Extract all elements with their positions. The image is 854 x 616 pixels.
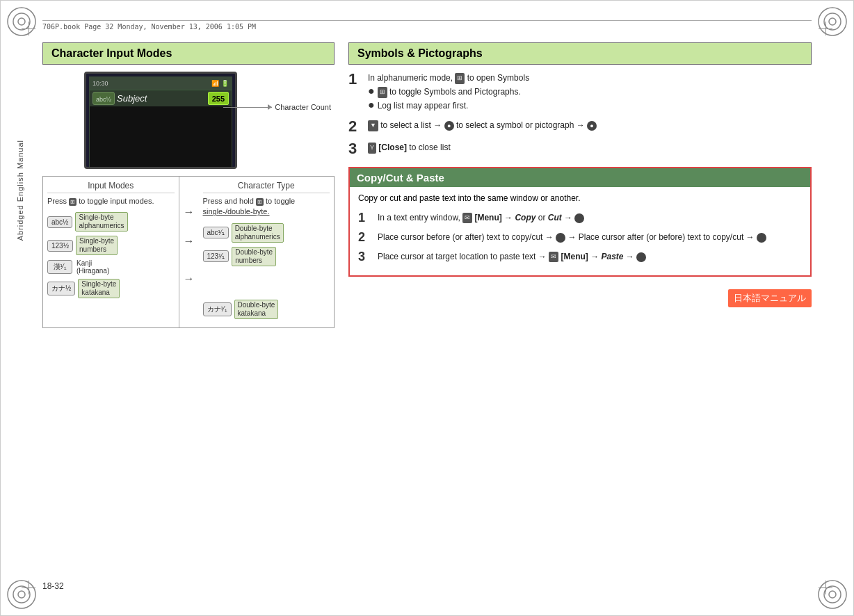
copy-num-2: 2: [358, 231, 372, 243]
123-full-badge: 123¹⁄₁: [203, 250, 229, 262]
phone-subject-line: abc½ Subject 255: [90, 90, 232, 106]
left-column: Character Input Modes 10:30 📶 🔋: [42, 42, 335, 574]
bullet-text-1a: ⊞ to toggle Symbols and Pictographs.: [378, 86, 521, 98]
double-byte-num-label: Double-bytenumbers: [232, 247, 276, 266]
copy-num-1: 1: [358, 211, 372, 224]
phone-body-area: [90, 106, 232, 169]
input-modes-desc: Press ⊞ to toggle input modes.: [47, 196, 175, 206]
crosshair-tr: [819, 22, 832, 35]
symbols-item-2: 2 ▼ to select a list → ● to select a sym…: [348, 119, 812, 134]
cursor-icon-c2b: [757, 233, 766, 243]
phone-mockup: 10:30 📶 🔋 abc½ Subject: [84, 72, 237, 169]
sub-bullet-1b: ● Log list may appear first.: [368, 99, 812, 112]
dbl-row-123: 123¹⁄₁ Double-bytenumbers: [203, 247, 330, 266]
kana-half-badge: カナ½: [47, 282, 75, 295]
modes-table: Input Modes Press ⊞ to toggle input mode…: [42, 176, 335, 328]
count-value: 255: [212, 95, 225, 103]
single-byte-alpha-label: Single-bytealphanumerics: [75, 212, 127, 232]
abc-half-badge: abc½: [47, 216, 72, 228]
close-btn-icon: Y: [368, 143, 376, 154]
dbl-row-kana: カナ¹⁄₁ Double-bytekatakana: [203, 300, 330, 319]
mode-row-123: 123½ Single-bytenumbers: [47, 236, 175, 255]
mode-row-kana: カナ½ Single-bytekatakana: [47, 279, 175, 298]
symbols-content-1: In alphanumeric mode, ⊞ to open Symbols …: [368, 72, 812, 112]
copy-item-2: 2 Place cursor before (or after) text to…: [358, 231, 802, 243]
main-content: Character Input Modes 10:30 📶 🔋: [42, 42, 812, 574]
dbl-row-spacer: [203, 270, 330, 295]
char-type-header: Character Type: [203, 181, 330, 193]
symbols-content-3: Y [Close] to close list: [368, 141, 812, 154]
page-header: 706P.book Page 32 Monday, November 13, 2…: [42, 20, 812, 31]
page-number: 18-32: [42, 581, 64, 591]
copy-intro: Copy or cut and paste text into the same…: [358, 193, 802, 204]
double-byte-alpha-label: Double-bytealphanumerics: [232, 223, 284, 243]
char-input-section-header: Character Input Modes: [42, 42, 335, 65]
symbols-item-1: 1 In alphanumeric mode, ⊞ to open Symbol…: [348, 72, 812, 112]
crosshair-bl: [22, 581, 35, 594]
crosshair-br: [819, 581, 832, 594]
abc-mode-badge: abc½: [92, 92, 115, 105]
close-label: [Close]: [378, 143, 407, 152]
kana-full-badge: カナ¹⁄₁: [203, 302, 232, 316]
mode-row-abc: abc½ Single-bytealphanumerics: [47, 212, 175, 232]
header-text: 706P.book Page 32 Monday, November 13, 2…: [42, 23, 256, 31]
page: 706P.book Page 32 Monday, November 13, 2…: [0, 0, 854, 616]
single-byte-kana-label: Single-bytekatakana: [78, 279, 120, 298]
copy-item-1: 1 In a text entry window, ✉ [Menu] → Cop…: [358, 211, 802, 224]
phone-time: 10:30: [92, 80, 108, 87]
menu-icon-1: ⊞: [455, 73, 465, 84]
crosshair-tl: [22, 22, 35, 35]
symbols-item-3: 3 Y [Close] to close list: [348, 141, 812, 156]
bullet-text-1b: Log list may appear first.: [378, 99, 469, 112]
kanji-badge: 漢¹⁄₁: [47, 260, 72, 274]
symbols-content-2: ▼ to select a list → ● to select a symbo…: [368, 119, 812, 131]
cursor-icon-c2a: [556, 233, 565, 243]
jp-badge: 日本語マニュアル: [728, 289, 812, 307]
copy-content-3: Place cursor at target location to paste…: [378, 250, 802, 263]
input-modes-col: Input Modes Press ⊞ to toggle input mode…: [43, 177, 179, 327]
arrow-2: →: [184, 235, 195, 248]
subject-text: Subject: [117, 93, 147, 104]
arrow-1: →: [184, 206, 195, 218]
menu-icon-c1: ✉: [462, 213, 472, 224]
copy-num-3: 3: [358, 250, 372, 263]
123-half-badge: 123½: [47, 240, 73, 252]
select-icon-2: ●: [444, 121, 454, 131]
symbols-num-3: 3: [348, 141, 362, 156]
symbols-title: Symbols & Pictographs: [357, 47, 483, 59]
char-input-title: Character Input Modes: [51, 47, 172, 59]
single-byte-num-label: Single-bytenumbers: [76, 236, 118, 255]
vertical-sidebar-label: Abridged English Manual: [16, 140, 24, 241]
nav-icon-2: ▼: [368, 120, 378, 131]
double-byte-kana-label: Double-bytekatakana: [234, 300, 279, 319]
symbols-num-1: 1: [348, 72, 362, 87]
sub-bullet-1a: ● ⊞ to toggle Symbols and Pictographs.: [368, 86, 812, 98]
confirm-icon-2: ●: [587, 121, 597, 131]
confirm-icon-c3: [636, 252, 646, 262]
char-count-label: Character Count: [223, 103, 331, 111]
symbols-section: Symbols & Pictographs 1 In alphanumeric …: [348, 42, 812, 156]
right-column: Symbols & Pictographs 1 In alphanumeric …: [348, 42, 812, 574]
char-type-desc: Press and hold ⊞ to toggle single-/doubl…: [203, 196, 330, 218]
mode-row-kanji: 漢¹⁄₁ Kanji(Hiragana): [47, 259, 175, 275]
phone-icons: 📶 🔋: [211, 80, 229, 87]
abc-label: abc½: [96, 96, 111, 103]
copy-content-1: In a text entry window, ✉ [Menu] → Copy …: [378, 211, 802, 224]
symbols-section-header: Symbols & Pictographs: [348, 42, 812, 65]
copy-item-3: 3 Place cursor at target location to pas…: [358, 250, 802, 263]
arrows-col: → → →: [179, 177, 199, 327]
input-modes-header: Input Modes: [47, 181, 175, 193]
dbl-row-abc: abc¹⁄₁ Double-bytealphanumerics: [203, 223, 330, 243]
symbols-num-2: 2: [348, 119, 362, 134]
confirm-icon-c1: [574, 213, 584, 223]
copy-section: Copy/Cut & Paste Copy or cut and paste t…: [348, 167, 812, 277]
char-type-col: Character Type Press and hold ⊞ to toggl…: [199, 177, 335, 327]
copy-section-header: Copy/Cut & Paste: [350, 168, 810, 187]
copy-content-2: Place cursor before (or after) text to c…: [378, 231, 802, 243]
kanji-label: Kanji(Hiragana): [76, 259, 109, 275]
menu-icon-c3: ✉: [549, 252, 558, 263]
phone-status-bar: 10:30 📶 🔋: [90, 77, 232, 90]
arrow-3: →: [184, 273, 195, 285]
abc-full-badge: abc¹⁄₁: [203, 227, 229, 238]
